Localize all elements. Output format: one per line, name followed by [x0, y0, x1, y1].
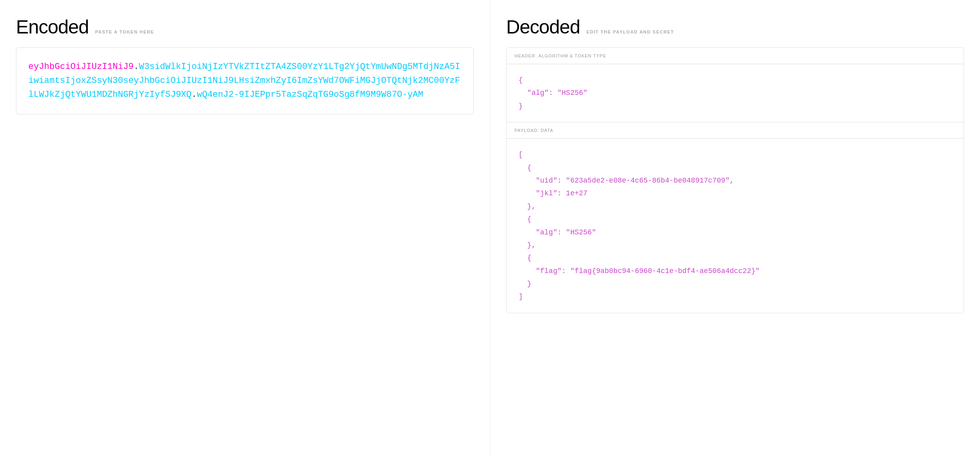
- uid-key: "uid": [536, 177, 557, 185]
- colon-uid: :: [557, 177, 566, 185]
- obj2-open: {: [527, 215, 532, 223]
- header-section-content[interactable]: { "alg": "HS256" }: [507, 64, 964, 122]
- uid-value: "623a5de2-e08e-4c65-86b4-be048917c709": [566, 177, 730, 185]
- alg-key: "alg": [536, 228, 557, 236]
- colon-flag: :: [562, 267, 570, 275]
- flag-value: "flag{9ab0bc94-6960-4c1e-bdf4-ae506a4dcc…: [570, 267, 760, 275]
- payload-section-content[interactable]: [ { "uid": "623a5de2-e08e-4c65-86b4-be04…: [507, 139, 964, 313]
- payload-sublabel: DATA: [540, 128, 553, 133]
- main-layout: Encoded PASTE A TOKEN HERE eyJhbGciOiJIU…: [0, 0, 980, 456]
- token-signature-part: wQ4enJ2-9IJEPpr5TazSqZqTG9oSg8fM9M9W87O-…: [197, 90, 423, 100]
- colon-alg: :: [557, 228, 566, 236]
- obj3-open: {: [527, 254, 532, 262]
- jkl-key: "jkl": [536, 189, 557, 197]
- encoded-token-box[interactable]: eyJhbGciOiJIUzI1NiJ9.W3sidWlkIjoiNjIzYTV…: [16, 47, 474, 114]
- header-alg-value: "HS256": [557, 89, 588, 97]
- header-section-block: HEADER: ALGORITHM & TOKEN TYPE { "alg": …: [507, 48, 964, 122]
- payload-section-block: PAYLOAD: DATA [ { "uid": "623a5de2-e08e-…: [507, 122, 964, 313]
- decoded-subtitle: EDIT THE PAYLOAD AND SECRET: [586, 29, 674, 34]
- colon-jkl: :: [557, 189, 566, 197]
- header-section-title: HEADER: ALGORITHM & TOKEN TYPE: [507, 48, 964, 64]
- decoded-header: Decoded EDIT THE PAYLOAD AND SECRET: [506, 16, 964, 38]
- encoded-subtitle: PASTE A TOKEN HERE: [95, 29, 154, 34]
- payload-section-title: PAYLOAD: DATA: [507, 122, 964, 139]
- token-header-part: eyJhbGciOiJIUzI1NiJ9: [28, 62, 134, 72]
- header-close-brace: }: [519, 102, 523, 110]
- flag-key: "flag": [536, 267, 562, 275]
- left-panel: Encoded PASTE A TOKEN HERE eyJhbGciOiJIU…: [0, 0, 490, 456]
- decoded-title: Decoded: [506, 16, 580, 38]
- payload-close-bracket: ]: [519, 293, 523, 301]
- obj1-open: {: [527, 164, 532, 172]
- jkl-value: 1e+27: [566, 189, 588, 197]
- decoded-sections-wrapper: HEADER: ALGORITHM & TOKEN TYPE { "alg": …: [506, 47, 964, 313]
- alg-value: "HS256": [566, 228, 596, 236]
- obj2-close: },: [527, 241, 536, 249]
- payload-label: PAYLOAD:: [515, 128, 539, 133]
- payload-open-bracket: [: [519, 151, 523, 159]
- header-open-brace: {: [519, 76, 523, 84]
- obj3-close: }: [527, 280, 532, 288]
- header-sublabel: ALGORITHM & TOKEN TYPE: [538, 53, 606, 58]
- token-dot-2: .: [191, 90, 197, 100]
- comma-uid: ,: [730, 177, 734, 185]
- token-dot-1: .: [134, 62, 139, 72]
- encoded-title: Encoded: [16, 16, 89, 38]
- header-label: HEADER:: [515, 53, 537, 58]
- obj1-close: },: [527, 202, 536, 210]
- header-alg-key: "alg": [527, 89, 549, 97]
- colon-1: :: [549, 89, 558, 97]
- encoded-header: Encoded PASTE A TOKEN HERE: [16, 16, 474, 38]
- right-panel: Decoded EDIT THE PAYLOAD AND SECRET HEAD…: [490, 0, 980, 456]
